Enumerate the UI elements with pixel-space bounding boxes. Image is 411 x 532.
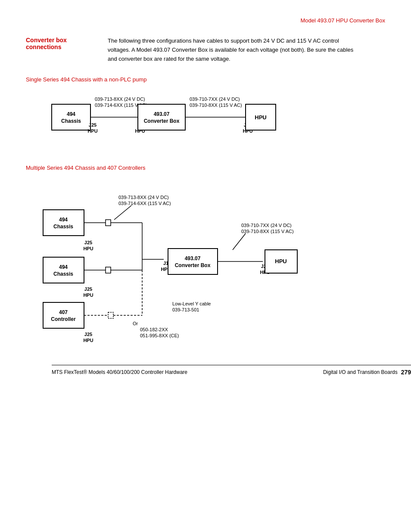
header-title: Model 493.07 HPU Converter Box	[300, 17, 385, 24]
svg-text:Controller: Controller	[51, 316, 76, 322]
section-body: The following three configurations have …	[108, 37, 358, 63]
diagram1-title: Single Series 494 Chassis with a non-PLC…	[26, 76, 385, 83]
svg-text:039-714-6XX (115 V AC): 039-714-6XX (115 V AC)	[95, 103, 147, 108]
footer-page: 279	[401, 369, 411, 376]
svg-text:039-710-8XX (115 V AC): 039-710-8XX (115 V AC)	[241, 229, 294, 234]
section-header: Converter box connections The following …	[26, 37, 385, 63]
svg-text:493.07: 493.07	[154, 111, 170, 117]
diagram2-title: Multiple Series 494 Chassis and 407 Cont…	[26, 165, 385, 171]
svg-rect-18	[246, 104, 276, 130]
svg-line-67	[114, 205, 131, 220]
svg-text:039-713-8XX (24 V DC): 039-713-8XX (24 V DC)	[95, 96, 145, 102]
svg-text:Low-Level Y cable: Low-Level Y cable	[172, 301, 211, 306]
svg-text:HPU: HPU	[260, 270, 270, 275]
svg-text:494: 494	[59, 217, 68, 223]
svg-text:407: 407	[59, 309, 68, 315]
svg-text:051-995-8XX (CE): 051-995-8XX (CE)	[140, 333, 179, 338]
svg-text:J25: J25	[84, 286, 92, 292]
svg-text:Converter Box: Converter Box	[175, 262, 211, 268]
svg-text:HPU: HPU	[83, 338, 93, 343]
svg-text:HPU: HPU	[83, 292, 93, 298]
svg-text:Or: Or	[133, 321, 138, 326]
footer-right-label: Digital I/O and Transition Boards	[323, 369, 398, 375]
svg-text:050-182-2XX: 050-182-2XX	[140, 327, 168, 332]
page-header: Model 493.07 HPU Converter Box	[26, 17, 385, 24]
svg-rect-37	[106, 267, 111, 273]
svg-text:039-710-7XX (24 V DC): 039-710-7XX (24 V DC)	[190, 96, 240, 102]
svg-text:Chassis: Chassis	[61, 118, 81, 124]
svg-text:Chassis: Chassis	[53, 271, 73, 277]
svg-rect-31	[43, 257, 84, 283]
svg-text:HPU: HPU	[83, 246, 93, 251]
svg-rect-54	[168, 249, 218, 274]
svg-text:HPU: HPU	[87, 128, 97, 134]
svg-text:HPU: HPU	[135, 128, 145, 134]
svg-text:493.07: 493.07	[185, 255, 201, 261]
section-title: Converter box connections	[26, 37, 95, 63]
svg-text:Chassis: Chassis	[53, 224, 73, 230]
svg-rect-30	[106, 220, 111, 226]
svg-text:494: 494	[67, 111, 75, 117]
svg-text:039-710-7XX (24 V DC): 039-710-7XX (24 V DC)	[241, 223, 292, 228]
svg-rect-38	[43, 302, 84, 328]
svg-text:J25: J25	[261, 264, 269, 269]
svg-text:J1: J1	[163, 261, 168, 266]
svg-text:J25: J25	[244, 122, 252, 128]
svg-text:039-713-501: 039-713-501	[172, 307, 199, 312]
svg-line-68	[233, 233, 246, 250]
svg-text:J25: J25	[89, 122, 97, 128]
svg-text:HPU: HPU	[243, 128, 252, 134]
svg-text:039-713-8XX (24 V DC): 039-713-8XX (24 V DC)	[118, 195, 169, 200]
svg-text:Converter Box: Converter Box	[144, 118, 180, 124]
svg-text:HPU: HPU	[255, 114, 266, 121]
svg-text:J1: J1	[137, 122, 143, 128]
diagram2: 039-713-8XX (24 V DC) 039-714-6XX (115 V…	[39, 180, 385, 343]
svg-rect-0	[52, 104, 90, 130]
svg-text:HPU: HPU	[161, 267, 171, 272]
svg-text:494: 494	[59, 264, 68, 270]
footer-right: Digital I/O and Transition Boards 279	[323, 369, 411, 376]
svg-rect-44	[108, 312, 113, 318]
svg-rect-10	[138, 104, 185, 130]
svg-text:HPU: HPU	[275, 258, 286, 264]
svg-text:J25: J25	[84, 240, 92, 245]
footer: MTS FlexTest® Models 40/60/100/200 Contr…	[52, 365, 411, 376]
svg-text:039-714-6XX (115 V AC): 039-714-6XX (115 V AC)	[118, 201, 171, 206]
svg-text:039-710-8XX (115 V AC): 039-710-8XX (115 V AC)	[190, 103, 242, 108]
footer-left: MTS FlexTest® Models 40/60/100/200 Contr…	[52, 369, 187, 375]
diagram1: 494 Chassis 039-713-8XX (24 V DC) 039-71…	[52, 91, 385, 147]
svg-text:J25: J25	[84, 332, 92, 337]
svg-rect-60	[265, 250, 297, 273]
svg-rect-24	[43, 210, 84, 236]
